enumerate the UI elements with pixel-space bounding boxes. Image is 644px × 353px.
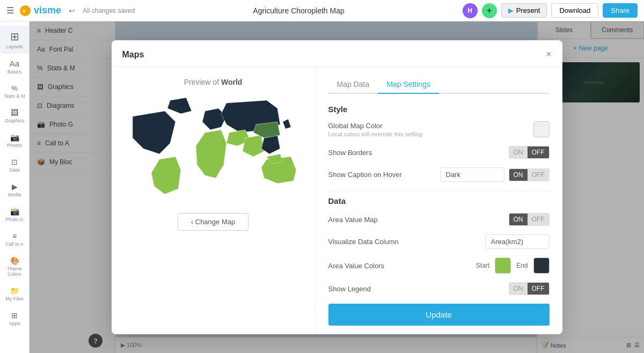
data-label: Data [9,167,19,173]
sidebar-item-my-files[interactable]: 📁 My Files [0,282,29,306]
color-pickers: Start End [476,258,550,274]
layouts-icon: ⊞ [10,30,19,43]
sidebar-item-apps[interactable]: ⊞ Apps [0,307,29,330]
logo-text: visme [34,5,61,16]
data-section-title: Data [328,196,550,205]
sidebar-item-photos[interactable]: 📷 Photos [0,129,29,152]
show-legend-label: Show Legend [328,285,371,293]
end-color-swatch[interactable] [533,258,550,274]
section-divider [328,190,550,191]
sidebar-item-basics[interactable]: Aa Basics [0,55,29,79]
global-color-swatch[interactable] [533,121,550,137]
theme-label: Theme Colors [2,266,27,277]
world-map-preview [122,95,304,202]
map-preview-panel: Preview of World [112,67,316,334]
legend-toggle-on[interactable]: ON [509,283,528,295]
sidebar-item-stats[interactable]: % Stats & M [0,80,29,103]
maps-modal: Maps × Preview of World [112,40,562,334]
tab-map-settings[interactable]: Map Settings [378,76,439,94]
area-value-row: Area Value Map ON OFF [328,213,550,226]
topbar-actions: H + ▶ Present Download Share [463,3,638,18]
visualize-label: Visualize Data Column [328,238,399,246]
graphics-icon: 🖼 [11,108,18,117]
legend-toggle-off[interactable]: OFF [528,283,549,295]
settings-panel: Map Data Map Settings Style Global Map C… [316,67,562,334]
sidebar-item-call-to-action[interactable]: ≡ Call to A [0,227,29,251]
tab-map-data[interactable]: Map Data [328,76,378,94]
present-button[interactable]: ▶ Present [501,3,547,18]
sidebar-item-media[interactable]: ▶ Media [0,178,29,202]
style-section-title: Style [328,105,550,114]
graphics-label: Graphics [5,118,24,123]
modal-overlay: Maps × Preview of World [30,21,644,353]
caption-style-dropdown[interactable]: Dark Light [440,167,504,182]
share-button[interactable]: Share [603,3,638,18]
show-caption-row: Show Caption on Hover Dark Light ON OFF [328,167,550,182]
area-value-toggle[interactable]: ON OFF [509,213,550,226]
svg-text:v: v [23,8,26,14]
sidebar-item-photo-gallery[interactable]: 📸 Photo G [0,203,29,226]
modal-title: Maps [122,50,144,60]
show-legend-toggle[interactable]: ON OFF [509,282,550,295]
basics-icon: Aa [10,59,19,68]
area-value-toggle-off[interactable]: OFF [528,214,549,225]
map-name: World [221,78,242,86]
data-section: Data Area Value Map ON OFF Visualize Dat… [328,196,550,295]
logo-icon: v [19,5,31,17]
area-value-label: Area Value Map [328,216,378,224]
visualize-row: Visualize Data Column Area(km2) Populati… [328,234,550,249]
caption-toggle-off[interactable]: OFF [528,169,549,181]
sidebar-item-graphics[interactable]: 🖼 Graphics [0,104,29,128]
layouts-label: Layouts [6,44,23,49]
global-color-sublabel: Local colors will override this setting [328,131,422,137]
present-play-icon: ▶ [508,6,514,14]
settings-tabs: Map Data Map Settings [328,76,550,94]
cta-label: Call to A [5,241,24,247]
style-section: Style Global Map Color Local colors will… [328,105,550,182]
avatar: H [463,3,478,18]
borders-toggle-on[interactable]: ON [509,146,528,158]
logo: v visme [19,5,61,17]
start-color-swatch[interactable] [495,258,511,274]
end-color-label: End [516,262,528,269]
photo-gallery-label: Photo G [5,217,23,222]
sidebar-item-theme[interactable]: 🎨 Theme Colors [0,252,29,281]
caption-toggle-on[interactable]: ON [509,169,528,181]
photo-gallery-icon: 📸 [10,207,19,216]
undo-icon[interactable]: ↩ [69,6,75,15]
document-title[interactable]: Agriculture Choropleth Map [140,6,457,15]
show-legend-row: Show Legend ON OFF [328,282,550,295]
modal-body: Preview of World [112,67,562,334]
saved-status: All changes saved [83,7,135,14]
modal-close-button[interactable]: × [546,49,552,60]
modal-header: Maps × [112,40,562,67]
basics-label: Basics [8,69,22,75]
topbar: ☰ v visme ↩ All changes saved Agricultur… [0,0,644,21]
global-color-row: Global Map Color Local colors will overr… [328,121,550,137]
preview-label: Preview of World [184,78,243,86]
files-label: My Files [5,296,24,301]
sidebar-item-data[interactable]: ⊡ Data [0,153,29,177]
sidebar-item-layouts[interactable]: ⊞ Layouts [0,26,29,54]
show-caption-toggle[interactable]: ON OFF [509,168,550,181]
global-color-label: Global Map Color [328,122,422,130]
download-button[interactable]: Download [551,3,598,18]
change-map-button[interactable]: ‹ Change Map [178,213,248,231]
show-borders-toggle[interactable]: ON OFF [509,146,550,159]
show-borders-label: Show Borders [328,149,372,157]
show-caption-label: Show Caption on Hover [328,171,402,179]
cta-icon: ≡ [12,232,17,240]
borders-toggle-off[interactable]: OFF [528,146,549,158]
photos-label: Photos [7,143,22,148]
update-button[interactable]: Update [328,304,550,326]
menu-icon[interactable]: ☰ [6,5,14,16]
visualize-dropdown[interactable]: Area(km2) Population GDP [485,234,550,249]
start-color-label: Start [476,262,489,269]
add-collaborator-icon[interactable]: + [482,3,497,18]
files-icon: 📁 [10,286,19,295]
apps-icon: ⊞ [11,311,18,320]
apps-label: Apps [9,321,20,326]
media-icon: ▶ [12,182,18,191]
area-value-toggle-on[interactable]: ON [509,214,528,225]
media-label: Media [8,192,21,197]
